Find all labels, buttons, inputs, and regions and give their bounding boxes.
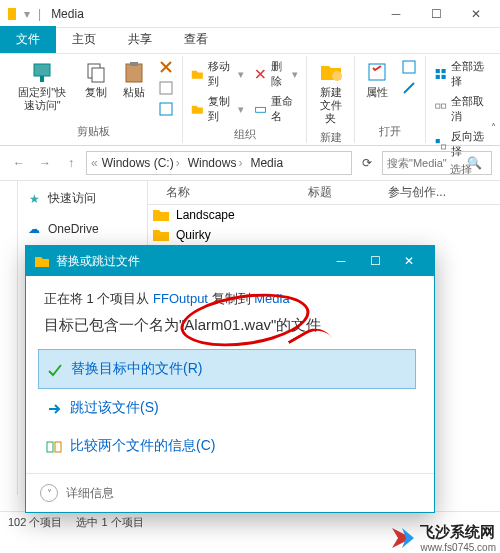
copyto-icon [191,101,204,117]
tab-share[interactable]: 共享 [112,26,168,53]
back-button[interactable]: ← [8,152,30,174]
delete-icon [254,66,267,82]
tab-view[interactable]: 查看 [168,26,224,53]
open-sub-1[interactable] [399,58,419,76]
svg-rect-24 [47,442,53,452]
option-compare[interactable]: 比较两个文件的信息(C) [38,427,416,465]
compare-icon [46,439,62,455]
col-contrib[interactable]: 参与创作... [388,184,500,201]
forward-button[interactable]: → [34,152,56,174]
group-new-label: 新建 [313,128,348,147]
details-toggle-icon[interactable]: ˅ [40,484,58,502]
cut-icon [158,59,174,75]
folder-icon [152,207,170,223]
copy-to-button[interactable]: 复制到▾ [189,93,246,125]
rename-button[interactable]: 重命名 [252,93,300,125]
dialog-dst[interactable]: Media [254,291,289,306]
qat-grip: ▾ [24,7,30,21]
window-title: Media [51,7,376,21]
rename-icon [254,101,267,117]
dialog-close[interactable]: ✕ [392,249,426,273]
nav-onedrive[interactable]: ☁OneDrive [22,218,143,240]
list-item[interactable]: Landscape [148,205,500,225]
clipboard-sub-1[interactable] [156,58,176,76]
svg-rect-16 [436,104,440,108]
search-icon: 🔍 [467,156,482,170]
bc-root-chev[interactable]: « [91,156,98,170]
move-icon [191,66,204,82]
col-name[interactable]: 名称 [148,184,308,201]
watermark-logo [388,524,416,552]
svg-rect-19 [441,145,445,149]
svg-rect-0 [34,64,50,76]
svg-point-9 [332,71,342,81]
open-icon [401,59,417,75]
svg-rect-10 [369,64,385,80]
path-icon [158,80,174,96]
dialog-maximize[interactable]: ☐ [358,249,392,273]
svg-rect-14 [436,75,440,79]
select-none-button[interactable]: 全部取消 [432,93,490,125]
paste-icon [122,60,146,84]
tab-file[interactable]: 文件 [0,26,56,53]
move-to-button[interactable]: 移动到▾ [189,58,246,90]
minimize-button[interactable]: ─ [376,2,416,26]
search-box[interactable]: 🔍 [382,151,492,175]
dialog-line2: 目标已包含一个名为"Alarm01.wav"的文件 [44,316,416,335]
bc-seg-1[interactable]: Windows› [184,156,247,170]
group-clipboard-label: 剪贴板 [10,122,176,141]
svg-rect-8 [255,107,265,112]
group-open-label: 打开 [361,122,419,141]
delete-button[interactable]: 删除▾ [252,58,300,90]
properties-button[interactable]: 属性 [361,58,393,101]
svg-rect-1 [40,76,44,82]
new-folder-button[interactable]: 新建 文件夹 [313,58,348,128]
dialog-src[interactable]: FFOutput [153,291,208,306]
svg-rect-12 [436,69,440,73]
watermark: 飞沙系统网 www.fs0745.com [388,523,496,553]
tab-home[interactable]: 主页 [56,26,112,53]
maximize-button[interactable]: ☐ [416,2,456,26]
folder-icon [152,227,170,243]
clipboard-sub-3[interactable] [156,100,176,118]
option-replace[interactable]: 替换目标中的文件(R) [38,349,416,389]
select-all-button[interactable]: 全部选择 [432,58,490,90]
search-input[interactable] [387,157,467,169]
copy-button[interactable]: 复制 [80,58,112,101]
svg-rect-4 [126,64,142,82]
tree-toggle-strip [0,181,18,495]
clipboard-sub-2[interactable] [156,79,176,97]
svg-rect-15 [441,75,445,79]
pin-icon [30,60,54,84]
col-title[interactable]: 标题 [308,184,388,201]
up-button[interactable]: ↑ [60,152,82,174]
svg-rect-11 [403,61,415,73]
bc-seg-0[interactable]: Windows (C:)› [98,156,184,170]
details-label[interactable]: 详细信息 [66,485,114,502]
svg-rect-17 [441,104,445,108]
paste-button[interactable]: 粘贴 [118,58,150,101]
group-organize-label: 组织 [189,125,300,144]
open-sub-2[interactable] [399,79,419,97]
status-count: 102 个项目 [8,515,62,530]
copy-icon [84,60,108,84]
close-button[interactable]: ✕ [456,2,496,26]
shortcut-icon [158,101,174,117]
svg-rect-13 [441,69,445,73]
breadcrumb[interactable]: « Windows (C:)› Windows› Media [86,151,352,175]
pin-to-quick-access[interactable]: 固定到"快速访问" [10,58,74,114]
check-icon [47,362,63,378]
svg-rect-6 [160,82,172,94]
skip-icon [46,401,62,417]
select-all-icon [434,66,447,82]
list-item[interactable]: Quirky [148,225,500,245]
edit-icon [401,80,417,96]
svg-rect-25 [55,442,61,452]
refresh-button[interactable]: ⟳ [356,156,378,170]
nav-quick-access[interactable]: ★快速访问 [22,187,143,210]
bc-seg-2[interactable]: Media [246,156,287,170]
option-skip[interactable]: 跳过该文件(S) [38,389,416,427]
dialog-minimize[interactable]: ─ [324,249,358,273]
ribbon-collapse-button[interactable]: ˄ [491,122,496,133]
status-selected: 选中 1 个项目 [76,515,143,530]
